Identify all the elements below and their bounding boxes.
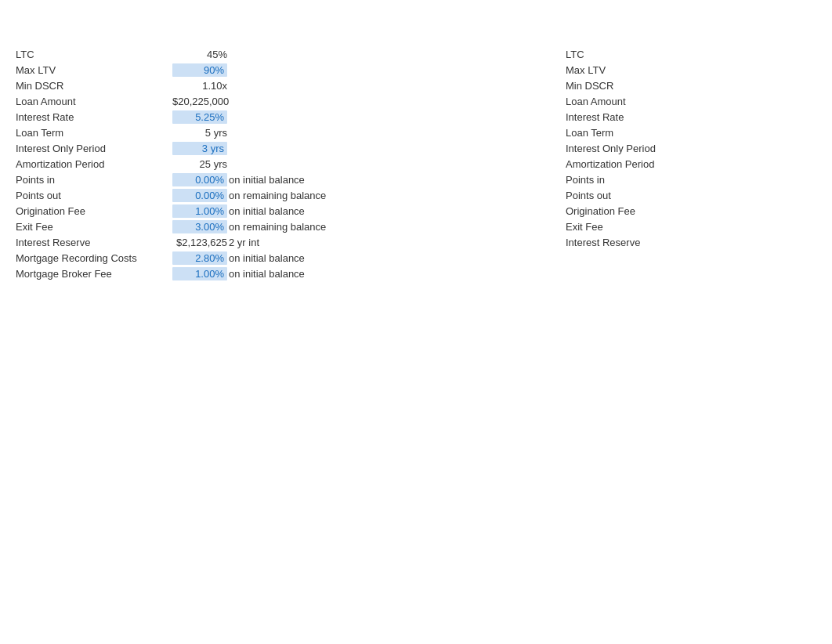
left-row: Mortgage Broker Fee1.00% on initial bala…	[16, 266, 534, 281]
value-group: 5 yrs	[172, 127, 227, 139]
right-row: Min DSCR	[566, 78, 816, 93]
row-label: Mortgage Broker Fee	[16, 268, 172, 280]
value-group: 1.00% on initial balance	[172, 267, 305, 280]
row-value: 1.00%	[172, 267, 227, 280]
left-row: Mortgage Recording Costs2.80% on initial…	[16, 251, 534, 266]
right-row-label: Origination Fee	[566, 205, 722, 217]
right-row-label: Interest Only Period	[566, 143, 722, 154]
left-row: Loan Amount$20,225,000	[16, 94, 534, 109]
right-row: Loan Amount	[566, 94, 816, 109]
row-value: 5.25%	[172, 110, 227, 124]
row-label: Interest Reserve	[16, 237, 172, 248]
row-value: 0.00%	[172, 173, 227, 186]
row-suffix: on initial balance	[229, 268, 305, 280]
value-group: 3 yrs	[172, 142, 227, 155]
value-group: 1.00% on initial balance	[172, 204, 305, 218]
right-row: Exit Fee	[566, 219, 816, 234]
right-row-label: Min DSCR	[566, 80, 722, 92]
value-group: 3.00% on remaining balance	[172, 220, 326, 233]
value-group: 90%	[172, 63, 227, 77]
right-row-label: Interest Rate	[566, 111, 722, 123]
row-label: Points in	[16, 174, 172, 186]
left-row: Interest Reserve$2,123,625 2 yr int	[16, 235, 534, 250]
right-row: LTC	[566, 47, 816, 62]
right-row-label: LTC	[566, 49, 722, 60]
row-label: Points out	[16, 190, 172, 201]
right-row: Origination Fee	[566, 204, 816, 219]
row-value: 2.80%	[172, 251, 227, 265]
right-row: Max LTV	[566, 63, 816, 78]
left-row: Points in0.00% on initial balance	[16, 172, 534, 187]
right-row-label: Loan Term	[566, 127, 722, 139]
value-group: 45%	[172, 49, 227, 60]
right-row-label: Loan Amount	[566, 96, 722, 107]
row-label: Min DSCR	[16, 80, 172, 92]
row-value: 25 yrs	[172, 158, 227, 170]
right-row: Interest Only Period	[566, 141, 816, 156]
left-row: Interest Rate5.25%	[16, 110, 534, 125]
right-row: Interest Rate	[566, 110, 816, 125]
left-row: Max LTV90%	[16, 63, 534, 78]
row-label: Interest Only Period	[16, 143, 172, 154]
value-group: 25 yrs	[172, 158, 227, 170]
value-group: 1.10x	[172, 80, 227, 92]
left-row: Origination Fee1.00% on initial balance	[16, 204, 534, 219]
right-row: Loan Term	[566, 125, 816, 140]
row-label: Origination Fee	[16, 205, 172, 217]
row-value: 90%	[172, 63, 227, 77]
row-label: Exit Fee	[16, 221, 172, 233]
value-group: $2,123,625 2 yr int	[172, 237, 259, 248]
right-column: LTCMax LTVMin DSCRLoan AmountInterest Ra…	[566, 47, 816, 282]
right-row-label: Max LTV	[566, 64, 722, 76]
row-value: 5 yrs	[172, 127, 227, 139]
value-group: 2.80% on initial balance	[172, 251, 305, 265]
left-row: Exit Fee3.00% on remaining balance	[16, 219, 534, 234]
row-value: 3 yrs	[172, 142, 227, 155]
right-row-label: Exit Fee	[566, 221, 722, 233]
right-row: Amortization Period	[566, 157, 816, 172]
row-value: 1.10x	[172, 80, 227, 92]
left-row: Loan Term5 yrs	[16, 125, 534, 140]
right-row-label: Points in	[566, 174, 722, 186]
left-row: Min DSCR1.10x	[16, 78, 534, 93]
value-group: $20,225,000	[172, 96, 229, 107]
row-label: Mortgage Recording Costs	[16, 252, 172, 264]
row-label: Loan Amount	[16, 96, 172, 107]
row-label: Interest Rate	[16, 111, 172, 123]
left-row: Points out0.00% on remaining balance	[16, 188, 534, 203]
right-row-label: Amortization Period	[566, 158, 722, 170]
row-value: 3.00%	[172, 220, 227, 233]
divider	[534, 47, 566, 282]
row-suffix: on initial balance	[229, 252, 305, 264]
row-label: LTC	[16, 49, 172, 60]
row-label: Loan Term	[16, 127, 172, 139]
row-value: $2,123,625	[172, 237, 227, 248]
row-label: Max LTV	[16, 64, 172, 76]
row-suffix: on initial balance	[229, 205, 305, 217]
right-row: Interest Reserve	[566, 235, 816, 250]
right-row: Points out	[566, 188, 816, 203]
left-row: Interest Only Period3 yrs	[16, 141, 534, 156]
right-row: Points in	[566, 172, 816, 187]
right-row-label: Points out	[566, 190, 722, 201]
row-suffix: on remaining balance	[229, 190, 326, 201]
value-group: 5.25%	[172, 110, 227, 124]
row-suffix: on initial balance	[229, 174, 305, 186]
value-group: 0.00% on initial balance	[172, 173, 305, 186]
left-row: Amortization Period25 yrs	[16, 157, 534, 172]
row-label: Amortization Period	[16, 158, 172, 170]
left-column: LTC45%Max LTV90%Min DSCR1.10xLoan Amount…	[16, 47, 534, 282]
value-group: 0.00% on remaining balance	[172, 189, 326, 202]
row-suffix: on remaining balance	[229, 221, 326, 233]
right-row-label: Interest Reserve	[566, 237, 722, 248]
row-value: 0.00%	[172, 189, 227, 202]
main-container: LTC45%Max LTV90%Min DSCR1.10xLoan Amount…	[0, 0, 832, 298]
row-value: 45%	[172, 49, 227, 60]
left-row: LTC45%	[16, 47, 534, 62]
row-value: 1.00%	[172, 204, 227, 218]
row-value: $20,225,000	[172, 96, 229, 107]
row-suffix: 2 yr int	[229, 237, 259, 248]
